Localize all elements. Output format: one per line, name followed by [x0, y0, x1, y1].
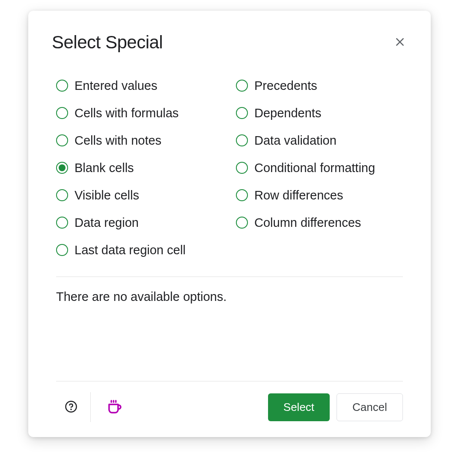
- radio-option-cells-with-notes[interactable]: Cells with notes: [56, 127, 227, 154]
- radio-option-visible-cells[interactable]: Visible cells: [56, 181, 227, 209]
- cancel-button[interactable]: Cancel: [337, 393, 403, 421]
- divider: [56, 277, 403, 277]
- radio-icon: [236, 162, 248, 174]
- radio-label: Row differences: [254, 188, 343, 202]
- close-icon: [394, 36, 405, 49]
- footer-right: Select Cancel: [268, 393, 403, 421]
- radio-option-conditional-formatting[interactable]: Conditional formatting: [236, 154, 407, 181]
- radio-icon: [236, 80, 248, 92]
- options-column-right: PrecedentsDependentsData validationCondi…: [236, 72, 407, 264]
- radio-icon: [56, 162, 68, 174]
- radio-option-last-data-region-cell[interactable]: Last data region cell: [56, 236, 227, 264]
- coffee-button[interactable]: [104, 396, 125, 419]
- radio-icon: [56, 107, 68, 119]
- radio-option-precedents[interactable]: Precedents: [236, 72, 407, 99]
- radio-icon: [56, 244, 68, 256]
- help-icon: [65, 400, 77, 414]
- svg-point-3: [71, 409, 71, 409]
- options-column-left: Entered valuesCells with formulasCells w…: [56, 72, 227, 264]
- radio-label: Blank cells: [75, 161, 134, 175]
- radio-icon: [236, 134, 248, 146]
- radio-icon: [236, 217, 248, 229]
- select-special-dialog: Select Special Entered valuesCells with …: [28, 11, 431, 437]
- dialog-header: Select Special: [52, 32, 407, 53]
- options-message: There are no available options.: [52, 290, 407, 304]
- dialog-title: Select Special: [52, 32, 163, 53]
- radio-label: Last data region cell: [75, 243, 186, 257]
- radio-label: Entered values: [75, 79, 157, 93]
- radio-icon: [56, 80, 68, 92]
- radio-label: Column differences: [254, 216, 361, 230]
- radio-label: Data region: [75, 216, 139, 230]
- select-button[interactable]: Select: [268, 393, 330, 421]
- coffee-icon: [105, 398, 123, 417]
- radio-icon: [56, 189, 68, 201]
- radio-icon: [56, 217, 68, 229]
- footer-left: [56, 392, 125, 422]
- radio-label: Visible cells: [75, 188, 139, 202]
- radio-option-row-differences[interactable]: Row differences: [236, 181, 407, 209]
- radio-option-cells-with-formulas[interactable]: Cells with formulas: [56, 99, 227, 127]
- radio-option-dependents[interactable]: Dependents: [236, 99, 407, 127]
- radio-option-blank-cells[interactable]: Blank cells: [56, 154, 227, 181]
- dialog-footer: Select Cancel: [56, 381, 403, 422]
- radio-label: Cells with formulas: [75, 106, 179, 120]
- radio-option-column-differences[interactable]: Column differences: [236, 209, 407, 236]
- radio-label: Conditional formatting: [254, 161, 375, 175]
- radio-label: Cells with notes: [75, 134, 161, 148]
- radio-icon: [56, 134, 68, 146]
- radio-option-data-validation[interactable]: Data validation: [236, 127, 407, 154]
- radio-label: Data validation: [254, 134, 337, 148]
- radio-label: Dependents: [254, 106, 321, 120]
- close-button[interactable]: [393, 35, 407, 51]
- radio-icon: [236, 107, 248, 119]
- options-grid: Entered valuesCells with formulasCells w…: [52, 72, 407, 264]
- radio-icon: [236, 189, 248, 201]
- radio-option-data-region[interactable]: Data region: [56, 209, 227, 236]
- vertical-divider: [90, 392, 91, 422]
- help-button[interactable]: [56, 397, 90, 418]
- radio-label: Precedents: [254, 79, 317, 93]
- radio-option-entered-values[interactable]: Entered values: [56, 72, 227, 99]
